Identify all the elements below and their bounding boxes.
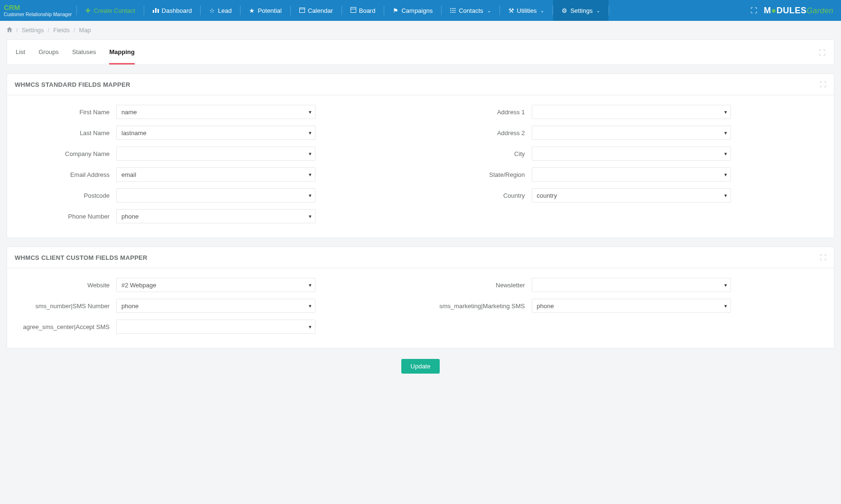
- nav-lead[interactable]: ☆ Lead: [201, 0, 240, 21]
- field-label: Newsletter: [430, 282, 525, 289]
- select-wrap: [116, 320, 315, 334]
- field-select[interactable]: #2 Webpage: [116, 278, 315, 292]
- nav-campaigns[interactable]: ⚑ Campaigns: [384, 0, 441, 21]
- field-select[interactable]: lastname: [116, 126, 315, 140]
- tab-list[interactable]: List: [16, 48, 25, 64]
- expand-icon[interactable]: ⛶: [820, 254, 826, 261]
- field-select[interactable]: [532, 105, 731, 119]
- form-row: First Namename: [15, 105, 411, 119]
- svg-rect-2: [157, 9, 159, 13]
- form-row: sms_marketing|Marketing SMSphone: [430, 299, 827, 313]
- field-label: sms_marketing|Marketing SMS: [430, 302, 525, 310]
- select-wrap: [532, 147, 731, 161]
- form-row: Phone Numberphone: [15, 209, 411, 223]
- form-row: Newsletter: [430, 278, 827, 292]
- nav-label: Board: [359, 7, 376, 14]
- field-select[interactable]: [532, 278, 731, 292]
- field-select[interactable]: [532, 147, 731, 161]
- nav-label: Dashboard: [162, 7, 192, 14]
- nav-calendar[interactable]: Calendar: [291, 0, 342, 21]
- breadcrumb-map: Map: [79, 27, 91, 34]
- select-wrap: [116, 188, 315, 202]
- fullscreen-icon[interactable]: ⛶: [750, 7, 757, 14]
- brand-subtitle: Customer Relationship Manager: [4, 12, 72, 17]
- nav-settings[interactable]: ⚙ Settings ⌄: [553, 0, 609, 21]
- select-wrap: country: [532, 188, 731, 202]
- star-outline-icon: ☆: [209, 7, 215, 14]
- field-select[interactable]: [116, 320, 315, 334]
- form-column-right: Address 1Address 2CityState/RegionCountr…: [430, 105, 827, 223]
- nav-contacts[interactable]: Contacts ⌄: [442, 0, 499, 21]
- brand: CRM Customer Relationship Manager: [0, 4, 76, 17]
- field-label: sms_number|SMS Number: [15, 302, 110, 310]
- tab-groups[interactable]: Groups: [38, 48, 59, 64]
- expand-icon[interactable]: ⛶: [820, 81, 826, 88]
- field-select[interactable]: phone: [532, 299, 731, 313]
- custom-fields-panel: WHMCS CLIENT CUSTOM FIELDS MAPPER ⛶ Webs…: [7, 247, 834, 348]
- breadcrumb-separator: /: [16, 27, 18, 34]
- field-select[interactable]: name: [116, 105, 315, 119]
- expand-icon[interactable]: ⛶: [819, 49, 825, 64]
- form-row: State/Region: [430, 167, 827, 182]
- form-row: Postcode: [15, 188, 411, 202]
- content: List Groups Statuses Mapping ⛶ WHMCS STA…: [0, 39, 841, 388]
- field-select[interactable]: [532, 167, 731, 182]
- update-button[interactable]: Update: [401, 359, 440, 374]
- nav-label: Settings: [570, 7, 592, 14]
- nav-create-contact[interactable]: ✚ Create Contact: [77, 0, 143, 21]
- form-row: Last Namelastname: [15, 126, 411, 140]
- board-icon: [351, 7, 356, 14]
- form-row: Company Name: [15, 147, 411, 161]
- field-select[interactable]: email: [116, 167, 315, 182]
- utilities-icon: ⚒: [508, 7, 514, 14]
- svg-rect-0: [153, 10, 154, 13]
- form-row: sms_number|SMS Numberphone: [15, 299, 411, 313]
- svg-rect-1: [155, 8, 157, 13]
- field-select[interactable]: [116, 188, 315, 202]
- field-label: Company Name: [15, 150, 110, 157]
- svg-point-7: [450, 8, 451, 9]
- form-row: Address 2: [430, 126, 827, 140]
- field-select[interactable]: [532, 126, 731, 140]
- select-wrap: [532, 278, 731, 292]
- gear-icon: ⚙: [562, 7, 567, 14]
- nav-dashboard[interactable]: Dashboard: [144, 0, 201, 21]
- form-grid: Website#2 Webpagesms_number|SMS Numberph…: [15, 278, 826, 334]
- nav-items: ✚ Create Contact Dashboard ☆ Lead ★ Pote…: [76, 0, 609, 21]
- field-label: City: [430, 150, 525, 157]
- field-label: Country: [430, 192, 525, 199]
- field-label: Postcode: [15, 192, 110, 199]
- tab-statuses[interactable]: Statuses: [72, 48, 96, 64]
- breadcrumb-home[interactable]: [7, 27, 12, 34]
- field-select[interactable]: country: [532, 188, 731, 202]
- tabs: List Groups Statuses Mapping: [16, 48, 135, 64]
- form-row: City: [430, 147, 827, 161]
- form-row: Email Addressemail: [15, 167, 411, 182]
- form-row: Address 1: [430, 105, 827, 119]
- chevron-down-icon: ⌄: [596, 8, 600, 13]
- nav-board[interactable]: Board: [342, 0, 384, 21]
- panel-header: WHMCS STANDARD FIELDS MAPPER ⛶: [7, 74, 834, 95]
- nav-potential[interactable]: ★ Potential: [240, 0, 290, 21]
- field-select[interactable]: phone: [116, 299, 315, 313]
- tab-mapping[interactable]: Mapping: [109, 48, 134, 64]
- field-label: First Name: [15, 109, 110, 116]
- form-row: Countrycountry: [430, 188, 827, 202]
- field-select[interactable]: [116, 147, 315, 161]
- breadcrumb-fields[interactable]: Fields: [53, 27, 70, 34]
- select-wrap: #2 Webpage: [116, 278, 315, 292]
- breadcrumb-settings[interactable]: Settings: [22, 27, 44, 34]
- chevron-down-icon: ⌄: [487, 8, 491, 13]
- select-wrap: [532, 105, 731, 119]
- nav-label: Lead: [218, 7, 231, 14]
- nav-label: Create Contact: [93, 7, 135, 14]
- field-select[interactable]: phone: [116, 209, 315, 223]
- standard-fields-panel: WHMCS STANDARD FIELDS MAPPER ⛶ First Nam…: [7, 73, 834, 238]
- form-row: agree_sms_center|Accept SMS: [15, 320, 411, 334]
- bar-chart-icon: [153, 7, 159, 14]
- breadcrumb-separator: /: [48, 27, 50, 34]
- field-label: Phone Number: [15, 213, 110, 220]
- field-label: Last Name: [15, 129, 110, 137]
- nav-utilities[interactable]: ⚒ Utilities ⌄: [500, 0, 553, 21]
- field-label: Email Address: [15, 171, 110, 178]
